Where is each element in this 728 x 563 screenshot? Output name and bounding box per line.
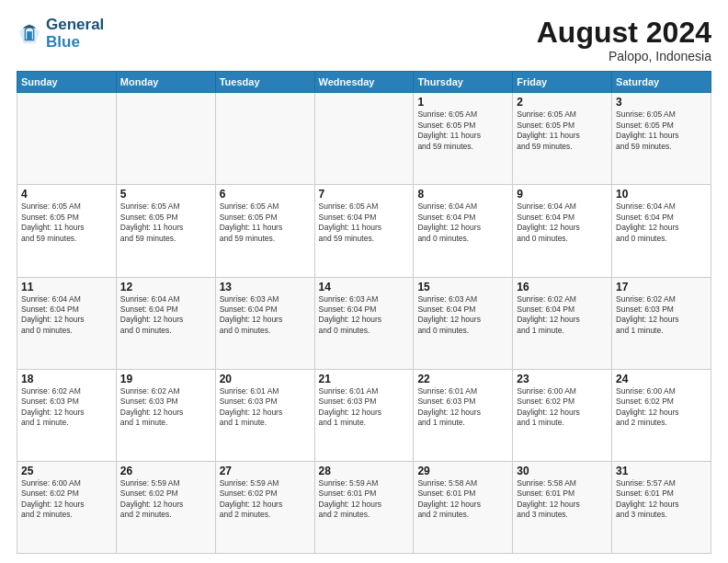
calendar-cell: 6Sunrise: 6:05 AM Sunset: 6:05 PM Daylig… bbox=[215, 185, 314, 277]
day-number: 16 bbox=[517, 281, 608, 293]
day-info: Sunrise: 6:00 AM Sunset: 6:02 PM Dayligh… bbox=[517, 386, 608, 429]
day-number: 7 bbox=[319, 188, 410, 201]
day-number: 2 bbox=[517, 96, 608, 109]
day-info: Sunrise: 5:57 AM Sunset: 6:01 PM Dayligh… bbox=[616, 478, 707, 521]
day-number: 4 bbox=[21, 188, 112, 201]
day-number: 11 bbox=[21, 281, 112, 293]
day-number: 14 bbox=[319, 281, 410, 293]
day-number: 21 bbox=[319, 373, 410, 385]
day-info: Sunrise: 6:01 AM Sunset: 6:03 PM Dayligh… bbox=[319, 386, 410, 429]
calendar-cell bbox=[314, 93, 414, 185]
day-info: Sunrise: 5:59 AM Sunset: 6:01 PM Dayligh… bbox=[319, 478, 410, 521]
calendar-cell: 13Sunrise: 6:03 AM Sunset: 6:04 PM Dayli… bbox=[215, 277, 314, 369]
col-tuesday: Tuesday bbox=[215, 72, 314, 93]
calendar-cell: 31Sunrise: 5:57 AM Sunset: 6:01 PM Dayli… bbox=[612, 461, 711, 553]
day-info: Sunrise: 5:59 AM Sunset: 6:02 PM Dayligh… bbox=[120, 478, 211, 521]
calendar-week-row: 11Sunrise: 6:04 AM Sunset: 6:04 PM Dayli… bbox=[17, 277, 711, 369]
subtitle: Palopo, Indonesia bbox=[537, 49, 711, 63]
day-number: 19 bbox=[120, 373, 211, 385]
day-info: Sunrise: 6:02 AM Sunset: 6:03 PM Dayligh… bbox=[616, 294, 707, 337]
calendar-cell: 2Sunrise: 6:05 AM Sunset: 6:05 PM Daylig… bbox=[513, 93, 612, 185]
day-info: Sunrise: 5:58 AM Sunset: 6:01 PM Dayligh… bbox=[417, 478, 508, 521]
calendar-cell: 3Sunrise: 6:05 AM Sunset: 6:05 PM Daylig… bbox=[612, 93, 711, 185]
title-block: August 2024 Palopo, Indonesia bbox=[537, 17, 711, 63]
calendar-cell: 4Sunrise: 6:05 AM Sunset: 6:05 PM Daylig… bbox=[17, 185, 117, 277]
col-thursday: Thursday bbox=[414, 72, 513, 93]
day-info: Sunrise: 6:02 AM Sunset: 6:04 PM Dayligh… bbox=[517, 294, 608, 337]
day-info: Sunrise: 6:04 AM Sunset: 6:04 PM Dayligh… bbox=[517, 201, 608, 244]
calendar-cell: 18Sunrise: 6:02 AM Sunset: 6:03 PM Dayli… bbox=[17, 369, 117, 461]
calendar-week-row: 18Sunrise: 6:02 AM Sunset: 6:03 PM Dayli… bbox=[17, 369, 711, 461]
logo-icon bbox=[17, 21, 42, 47]
day-info: Sunrise: 6:03 AM Sunset: 6:04 PM Dayligh… bbox=[417, 294, 508, 337]
calendar-cell: 9Sunrise: 6:04 AM Sunset: 6:04 PM Daylig… bbox=[513, 185, 612, 277]
day-info: Sunrise: 6:05 AM Sunset: 6:04 PM Dayligh… bbox=[319, 201, 410, 244]
day-info: Sunrise: 6:03 AM Sunset: 6:04 PM Dayligh… bbox=[220, 294, 311, 337]
logo-line2: Blue bbox=[46, 34, 104, 52]
day-info: Sunrise: 6:02 AM Sunset: 6:03 PM Dayligh… bbox=[21, 386, 112, 429]
day-info: Sunrise: 6:02 AM Sunset: 6:03 PM Dayligh… bbox=[120, 386, 211, 429]
day-info: Sunrise: 6:00 AM Sunset: 6:02 PM Dayligh… bbox=[21, 478, 112, 521]
day-info: Sunrise: 6:05 AM Sunset: 6:05 PM Dayligh… bbox=[417, 109, 508, 152]
calendar-header-row: Sunday Monday Tuesday Wednesday Thursday… bbox=[17, 72, 711, 93]
header: General Blue August 2024 Palopo, Indones… bbox=[17, 17, 711, 63]
calendar-cell: 22Sunrise: 6:01 AM Sunset: 6:03 PM Dayli… bbox=[414, 369, 513, 461]
calendar-cell: 28Sunrise: 5:59 AM Sunset: 6:01 PM Dayli… bbox=[314, 461, 414, 553]
logo-line1: General bbox=[46, 17, 104, 34]
day-number: 24 bbox=[616, 373, 707, 385]
col-monday: Monday bbox=[116, 72, 215, 93]
day-info: Sunrise: 6:04 AM Sunset: 6:04 PM Dayligh… bbox=[120, 294, 211, 337]
calendar-week-row: 4Sunrise: 6:05 AM Sunset: 6:05 PM Daylig… bbox=[17, 185, 711, 277]
calendar-cell: 16Sunrise: 6:02 AM Sunset: 6:04 PM Dayli… bbox=[513, 277, 612, 369]
day-number: 29 bbox=[417, 465, 508, 477]
day-number: 28 bbox=[319, 465, 410, 477]
day-number: 30 bbox=[517, 465, 608, 477]
calendar-cell bbox=[116, 93, 215, 185]
day-number: 10 bbox=[616, 188, 707, 201]
calendar-cell bbox=[215, 93, 314, 185]
day-number: 5 bbox=[120, 188, 211, 201]
calendar-cell: 8Sunrise: 6:04 AM Sunset: 6:04 PM Daylig… bbox=[414, 185, 513, 277]
calendar-cell: 15Sunrise: 6:03 AM Sunset: 6:04 PM Dayli… bbox=[414, 277, 513, 369]
calendar-cell: 1Sunrise: 6:05 AM Sunset: 6:05 PM Daylig… bbox=[414, 93, 513, 185]
day-number: 8 bbox=[417, 188, 508, 201]
calendar-cell: 17Sunrise: 6:02 AM Sunset: 6:03 PM Dayli… bbox=[612, 277, 711, 369]
day-number: 1 bbox=[417, 96, 508, 109]
calendar-week-row: 25Sunrise: 6:00 AM Sunset: 6:02 PM Dayli… bbox=[17, 461, 711, 553]
calendar-cell: 7Sunrise: 6:05 AM Sunset: 6:04 PM Daylig… bbox=[314, 185, 414, 277]
day-number: 9 bbox=[517, 188, 608, 201]
day-info: Sunrise: 6:05 AM Sunset: 6:05 PM Dayligh… bbox=[220, 201, 311, 244]
main-title: August 2024 bbox=[537, 17, 711, 49]
col-sunday: Sunday bbox=[17, 72, 117, 93]
calendar-cell bbox=[17, 93, 117, 185]
day-info: Sunrise: 6:01 AM Sunset: 6:03 PM Dayligh… bbox=[417, 386, 508, 429]
calendar-cell: 25Sunrise: 6:00 AM Sunset: 6:02 PM Dayli… bbox=[17, 461, 117, 553]
calendar-cell: 30Sunrise: 5:58 AM Sunset: 6:01 PM Dayli… bbox=[513, 461, 612, 553]
calendar-cell: 20Sunrise: 6:01 AM Sunset: 6:03 PM Dayli… bbox=[215, 369, 314, 461]
logo: General Blue bbox=[17, 17, 104, 51]
day-info: Sunrise: 6:05 AM Sunset: 6:05 PM Dayligh… bbox=[120, 201, 211, 244]
day-number: 22 bbox=[417, 373, 508, 385]
day-info: Sunrise: 6:01 AM Sunset: 6:03 PM Dayligh… bbox=[220, 386, 311, 429]
day-number: 6 bbox=[220, 188, 311, 201]
day-number: 20 bbox=[220, 373, 311, 385]
calendar-cell: 21Sunrise: 6:01 AM Sunset: 6:03 PM Dayli… bbox=[314, 369, 414, 461]
day-info: Sunrise: 6:05 AM Sunset: 6:05 PM Dayligh… bbox=[616, 109, 707, 152]
day-info: Sunrise: 6:04 AM Sunset: 6:04 PM Dayligh… bbox=[21, 294, 112, 337]
day-info: Sunrise: 6:05 AM Sunset: 6:05 PM Dayligh… bbox=[21, 201, 112, 244]
calendar-cell: 19Sunrise: 6:02 AM Sunset: 6:03 PM Dayli… bbox=[116, 369, 215, 461]
day-info: Sunrise: 6:05 AM Sunset: 6:05 PM Dayligh… bbox=[517, 109, 608, 152]
day-info: Sunrise: 6:04 AM Sunset: 6:04 PM Dayligh… bbox=[616, 201, 707, 244]
day-number: 23 bbox=[517, 373, 608, 385]
day-number: 31 bbox=[616, 465, 707, 477]
logo-text-block: General Blue bbox=[46, 17, 104, 51]
day-info: Sunrise: 5:59 AM Sunset: 6:02 PM Dayligh… bbox=[220, 478, 311, 521]
calendar-cell: 14Sunrise: 6:03 AM Sunset: 6:04 PM Dayli… bbox=[314, 277, 414, 369]
day-info: Sunrise: 5:58 AM Sunset: 6:01 PM Dayligh… bbox=[517, 478, 608, 521]
day-number: 27 bbox=[220, 465, 311, 477]
day-number: 25 bbox=[21, 465, 112, 477]
calendar-cell: 23Sunrise: 6:00 AM Sunset: 6:02 PM Dayli… bbox=[513, 369, 612, 461]
day-number: 3 bbox=[616, 96, 707, 109]
calendar-cell: 10Sunrise: 6:04 AM Sunset: 6:04 PM Dayli… bbox=[612, 185, 711, 277]
calendar-cell: 12Sunrise: 6:04 AM Sunset: 6:04 PM Dayli… bbox=[116, 277, 215, 369]
